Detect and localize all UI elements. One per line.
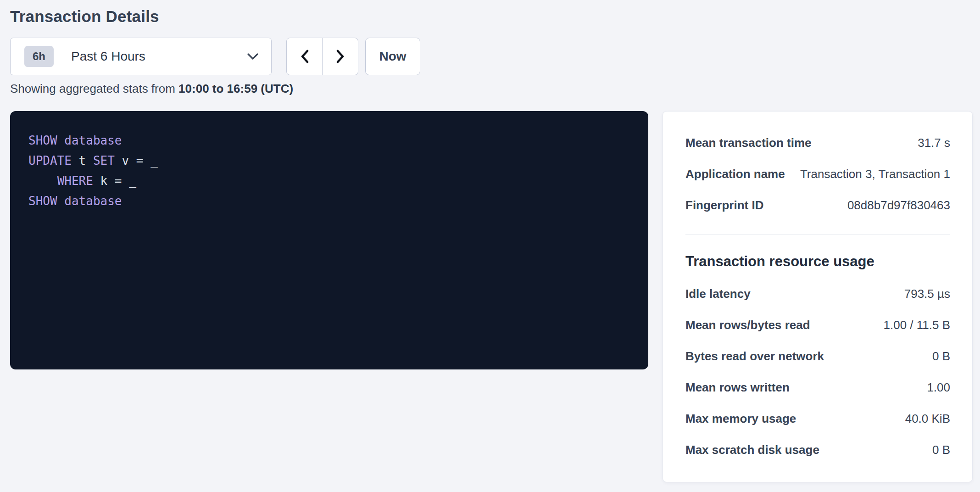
row-label: Mean rows/bytes read <box>685 318 810 332</box>
row-label: Idle latency <box>685 287 751 301</box>
time-step-button-group <box>286 38 358 75</box>
row-value: Transaction 3, Transaction 1 <box>800 167 950 181</box>
main-content: SHOW database UPDATE t SET v = _ WHERE k… <box>10 111 973 482</box>
row-label: Mean transaction time <box>685 136 812 150</box>
row-value: 08d8b7d97f830463 <box>847 198 950 212</box>
row-label: Fingerprint ID <box>685 198 763 212</box>
row-value: 31.7 s <box>918 136 950 150</box>
aggregated-stats-range: 10:00 to 16:59 (UTC) <box>178 82 293 95</box>
summary-row-max-memory-usage: Max memory usage 40.0 KiB <box>685 403 950 434</box>
summary-row-mean-rows-written: Mean rows written 1.00 <box>685 372 950 403</box>
resource-usage-heading: Transaction resource usage <box>685 252 950 272</box>
previous-interval-button[interactable] <box>286 38 323 75</box>
row-value: 793.5 µs <box>904 287 950 301</box>
row-value: 1.00 / 11.5 B <box>883 318 950 332</box>
time-range-select[interactable]: 6h Past 6 Hours <box>10 38 272 75</box>
summary-row-idle-latency: Idle latency 793.5 µs <box>685 278 950 309</box>
page-title: Transaction Details <box>10 7 973 26</box>
transaction-details-page: Transaction Details 6h Past 6 Hours Now … <box>0 0 980 492</box>
next-interval-button[interactable] <box>322 38 358 75</box>
row-label: Max scratch disk usage <box>685 443 819 457</box>
time-range-selected-label: Past 6 Hours <box>71 49 247 64</box>
summary-row-application-name: Application name Transaction 3, Transact… <box>685 158 950 190</box>
row-label: Application name <box>685 167 785 181</box>
time-range-badge: 6h <box>24 46 54 67</box>
aggregated-stats-prefix: Showing aggregated stats from <box>10 82 178 95</box>
summary-row-fingerprint-id: Fingerprint ID 08d8b7d97f830463 <box>685 190 950 221</box>
summary-row-mean-rows-bytes-read: Mean rows/bytes read 1.00 / 11.5 B <box>685 309 950 341</box>
sql-line: WHERE k = _ <box>28 171 630 191</box>
sql-line: SHOW database <box>28 130 630 151</box>
aggregated-stats-caption: Showing aggregated stats from 10:00 to 1… <box>10 82 973 96</box>
transaction-summary-card: Mean transaction time 31.7 s Application… <box>663 111 973 482</box>
panel-divider <box>685 235 950 235</box>
sql-line: UPDATE t SET v = _ <box>28 151 630 171</box>
time-controls: 6h Past 6 Hours Now <box>10 38 973 75</box>
summary-row-max-scratch-disk-usage: Max scratch disk usage 0 B <box>685 434 950 465</box>
chevron-left-icon <box>299 49 310 64</box>
sql-line: SHOW database <box>28 191 630 211</box>
now-button[interactable]: Now <box>365 38 420 75</box>
row-label: Mean rows written <box>685 380 790 395</box>
resource-usage-rows: Idle latency 793.5 µs Mean rows/bytes re… <box>685 278 950 465</box>
row-label: Bytes read over network <box>685 349 824 363</box>
chevron-down-icon <box>247 53 258 60</box>
row-value: 40.0 KiB <box>905 412 950 426</box>
row-value: 0 B <box>932 349 950 363</box>
transaction-sql-statements: SHOW database UPDATE t SET v = _ WHERE k… <box>10 111 648 369</box>
chevron-right-icon <box>335 49 346 64</box>
summary-row-mean-transaction-time: Mean transaction time 31.7 s <box>685 127 950 158</box>
summary-row-bytes-read-over-network: Bytes read over network 0 B <box>685 341 950 372</box>
row-label: Max memory usage <box>685 412 796 426</box>
row-value: 0 B <box>932 443 950 457</box>
row-value: 1.00 <box>927 380 950 395</box>
